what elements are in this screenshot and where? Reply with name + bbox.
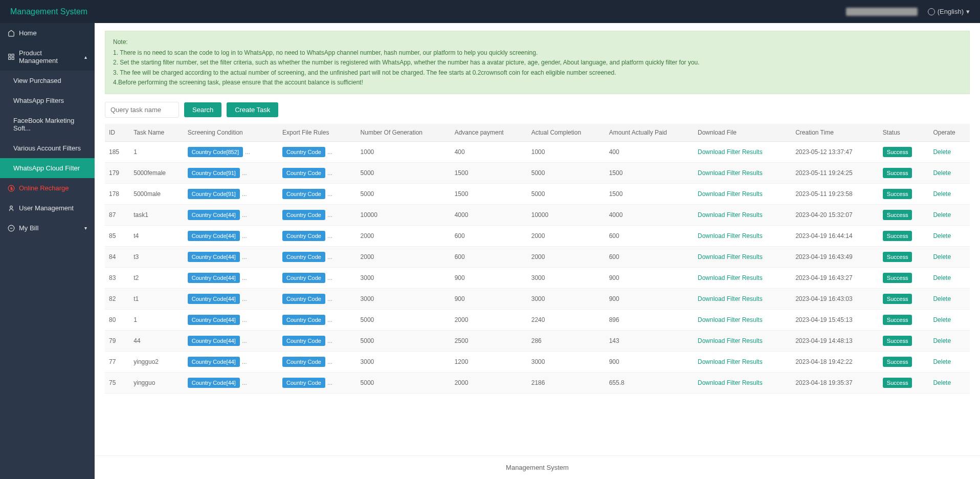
download-link[interactable]: Download Filter Results [698, 169, 763, 177]
cell-id: 79 [105, 330, 129, 351]
delete-link[interactable]: Delete [933, 295, 951, 302]
table-row: 1785000maleCountry Code[91]...Country Co… [105, 183, 970, 204]
cell-export: Country Code... [278, 204, 357, 225]
screening-tag: Country Code[44] [188, 357, 240, 367]
download-link[interactable]: Download Filter Results [698, 295, 763, 302]
cell-advance: 2000 [451, 372, 527, 393]
sidebar-item-label: WhatsApp Filters [13, 97, 64, 104]
search-button[interactable]: Search [184, 102, 221, 117]
status-badge: Success [883, 378, 912, 388]
delete-link[interactable]: Delete [933, 379, 951, 386]
download-link[interactable]: Download Filter Results [698, 337, 763, 344]
ellipsis-icon: ... [242, 232, 247, 239]
language-selector[interactable]: (English) ▾ [928, 8, 970, 15]
col-export: Export File Rules [278, 124, 357, 142]
status-badge: Success [883, 231, 912, 241]
cell-export: Country Code... [278, 330, 357, 351]
cell-export: Country Code... [278, 351, 357, 372]
cell-screening: Country Code[44]... [184, 246, 278, 267]
delete-link[interactable]: Delete [933, 337, 951, 344]
delete-link[interactable]: Delete [933, 190, 951, 198]
delete-link[interactable]: Delete [933, 148, 951, 156]
cell-amount-paid: 400 [605, 141, 694, 162]
download-link[interactable]: Download Filter Results [698, 148, 763, 156]
ellipsis-icon: ... [327, 232, 332, 239]
delete-link[interactable]: Delete [933, 358, 951, 365]
export-tag: Country Code [282, 252, 325, 262]
cell-id: 84 [105, 246, 129, 267]
cell-actual-comp: 2186 [527, 372, 605, 393]
cell-task-name: task1 [129, 204, 183, 225]
delete-link[interactable]: Delete [933, 274, 951, 281]
svg-point-5 [10, 206, 13, 208]
sidebar-item-label: FaceBook Marketing Soft... [13, 117, 87, 132]
note-title: Note: [113, 37, 962, 47]
ellipsis-icon: ... [327, 190, 332, 198]
cell-generation: 1000 [357, 141, 451, 162]
cell-generation: 3000 [357, 267, 451, 288]
screening-tag: Country Code[44] [188, 273, 240, 283]
download-link[interactable]: Download Filter Results [698, 232, 763, 239]
cell-actual-comp: 2240 [527, 309, 605, 330]
app-title: Management System [10, 7, 87, 16]
cell-download: Download Filter Results [694, 141, 791, 162]
sidebar-item-my-bill[interactable]: My Bill ▾ [0, 218, 95, 238]
download-link[interactable]: Download Filter Results [698, 211, 763, 219]
download-link[interactable]: Download Filter Results [698, 274, 763, 281]
sidebar-item-view-purchased[interactable]: View Purchased [0, 71, 95, 91]
sidebar-item-user-mgmt[interactable]: User Management [0, 198, 95, 218]
cell-amount-paid: 1500 [605, 183, 694, 204]
sidebar-item-facebook-marketing[interactable]: FaceBook Marketing Soft... [0, 111, 95, 138]
main-content: Note: 1. There is no need to scan the co… [95, 23, 980, 479]
cell-advance: 600 [451, 246, 527, 267]
cell-export: Country Code... [278, 267, 357, 288]
cell-advance: 1500 [451, 183, 527, 204]
ellipsis-icon: ... [327, 253, 332, 260]
sidebar-item-whatsapp-cloud-filter[interactable]: WhatsApp Cloud Filter [0, 158, 95, 178]
col-task-name: Task Name [129, 124, 183, 142]
download-link[interactable]: Download Filter Results [698, 379, 763, 386]
table-row: 85t4Country Code[44]...Country Code...20… [105, 225, 970, 246]
export-tag: Country Code [282, 294, 325, 304]
coin-icon [8, 225, 15, 232]
sidebar-item-various-filters[interactable]: Various Account Filters [0, 138, 95, 158]
delete-link[interactable]: Delete [933, 169, 951, 177]
cell-task-name: yingguo [129, 372, 183, 393]
delete-link[interactable]: Delete [933, 316, 951, 323]
cell-download: Download Filter Results [694, 267, 791, 288]
sidebar-item-home[interactable]: Home [0, 23, 95, 43]
sidebar-item-label: View Purchased [13, 77, 61, 84]
download-link[interactable]: Download Filter Results [698, 253, 763, 260]
cell-download: Download Filter Results [694, 309, 791, 330]
create-task-button[interactable]: Create Task [227, 102, 278, 117]
download-link[interactable]: Download Filter Results [698, 358, 763, 365]
svg-rect-3 [12, 57, 14, 59]
sidebar-item-online-recharge[interactable]: Online Recharge [0, 178, 95, 198]
ellipsis-icon: ... [242, 274, 247, 281]
delete-link[interactable]: Delete [933, 211, 951, 219]
cell-status: Success [879, 162, 929, 183]
delete-link[interactable]: Delete [933, 253, 951, 260]
cell-status: Success [879, 183, 929, 204]
status-badge: Success [883, 147, 912, 157]
cell-advance: 900 [451, 288, 527, 309]
ellipsis-icon: ... [327, 379, 332, 386]
cell-download: Download Filter Results [694, 183, 791, 204]
col-advance: Advance payment [451, 124, 527, 142]
sidebar-item-whatsapp-filters[interactable]: WhatsApp Filters [0, 91, 95, 111]
ellipsis-icon: ... [327, 274, 332, 281]
delete-link[interactable]: Delete [933, 232, 951, 239]
screening-tag: Country Code[91] [188, 189, 240, 199]
cell-actual-comp: 5000 [527, 162, 605, 183]
ellipsis-icon: ... [242, 211, 247, 219]
ellipsis-icon: ... [242, 358, 247, 365]
cell-task-name: 5000female [129, 162, 183, 183]
download-link[interactable]: Download Filter Results [698, 316, 763, 323]
note-line: 3. The fee will be charged according to … [113, 68, 962, 78]
cell-screening: Country Code[44]... [184, 288, 278, 309]
sidebar-item-product-mgmt[interactable]: Product Management ▴ [0, 43, 95, 71]
cell-export: Country Code... [278, 246, 357, 267]
download-link[interactable]: Download Filter Results [698, 190, 763, 198]
sidebar-item-label: Various Account Filters [13, 144, 81, 152]
search-input[interactable] [105, 102, 179, 118]
